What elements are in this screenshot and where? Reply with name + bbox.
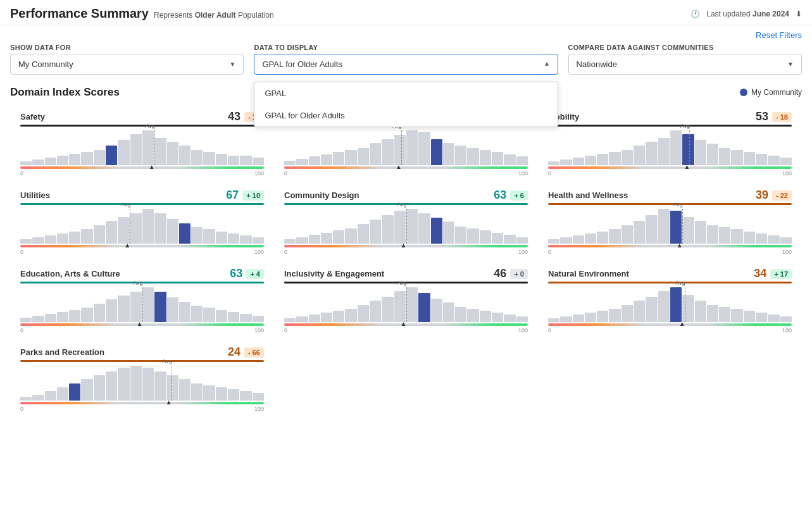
chart-area: Avg ▲ 0 100 <box>548 287 792 338</box>
bar <box>203 229 215 244</box>
bar-chart-wrapper: Avg ▲ <box>284 209 528 244</box>
card-header: Community Design 63 + 6 <box>284 189 528 202</box>
color-bar <box>284 166 528 169</box>
score-area: 53 - 18 <box>756 110 792 123</box>
bar <box>731 150 742 165</box>
bar <box>406 287 418 322</box>
bar <box>154 371 166 401</box>
bar <box>154 292 166 322</box>
bar <box>333 230 344 244</box>
score-value: 67 <box>226 189 239 202</box>
bar <box>179 379 191 401</box>
last-updated-text: Last updated June 2024 <box>706 9 789 18</box>
domain-card-education-arts-culture: Education, Arts & Culture 63 + 4 Avg ▲ 0… <box>10 262 274 340</box>
show-data-for-select[interactable]: My Community ▼ <box>10 54 244 75</box>
axis-end: 100 <box>254 327 264 333</box>
bar <box>81 152 92 165</box>
bar <box>45 235 56 244</box>
card-header: Natural Environment 34 + 17 <box>548 267 792 280</box>
bar <box>203 152 215 165</box>
bar <box>333 311 344 322</box>
bar <box>609 152 620 165</box>
bar <box>57 387 68 401</box>
bar <box>585 156 596 165</box>
score-area: 67 + 10 <box>226 189 264 202</box>
card-header: Education, Arts & Culture 63 + 4 <box>20 267 264 280</box>
bar <box>309 315 320 322</box>
bar <box>321 233 332 244</box>
bar <box>333 152 344 165</box>
bar <box>130 134 142 165</box>
domain-name: Safety <box>20 112 45 121</box>
bar <box>744 232 755 244</box>
avg-arrow: ▲ <box>677 242 683 249</box>
domain-underline <box>20 360 264 362</box>
bar-chart-wrapper: Avg ▲ <box>548 130 792 165</box>
bar <box>94 150 105 165</box>
score-value: 24 <box>228 346 240 359</box>
filters-row: Show Data For My Community ▼ Data to Dis… <box>10 44 802 75</box>
chart-area: Avg ▲ 0 100 <box>548 209 792 259</box>
bar <box>504 154 515 165</box>
bar <box>516 156 528 165</box>
parks-grid: Parks and Recreation 24 - 66 Avg ▲ 0 100 <box>10 340 802 419</box>
bar <box>443 221 454 244</box>
bar <box>167 297 178 322</box>
bar <box>154 213 166 244</box>
bar <box>780 158 792 165</box>
score-badge: - 18 <box>772 112 792 122</box>
score-area: 34 + 17 <box>754 267 792 280</box>
domain-name: Parks and Recreation <box>20 347 104 357</box>
bar <box>744 311 755 322</box>
show-data-for-value: My Community <box>18 59 73 69</box>
avg-line: Avg ▲ <box>130 209 130 244</box>
bar <box>321 154 332 165</box>
bar <box>57 234 68 244</box>
bar <box>756 154 767 165</box>
chart-area: Avg ▲ 0 100 <box>548 130 792 181</box>
bar <box>707 305 718 323</box>
header-left: Performance Summary Represents Older Adu… <box>10 6 274 21</box>
bar <box>118 296 129 322</box>
compare-against-label: Compare Data Against Communities <box>568 44 802 51</box>
bar <box>228 156 239 165</box>
bar <box>118 217 129 244</box>
bar <box>106 146 117 165</box>
card-header: Safety 43 - 13 <box>20 110 264 123</box>
axis-start: 0 <box>548 327 551 333</box>
axis-start: 0 <box>20 170 23 177</box>
bar <box>768 235 779 244</box>
color-bar <box>20 245 264 247</box>
axis-end: 100 <box>782 170 792 177</box>
bar <box>731 309 742 322</box>
bar-chart-wrapper: Avg ▲ <box>284 130 528 165</box>
score-badge: + 0 <box>510 269 528 279</box>
bar <box>253 237 264 244</box>
bar <box>597 232 608 244</box>
download-icon[interactable]: ⬇ <box>796 9 802 18</box>
domain-section-title: Domain Index Scores <box>10 86 120 99</box>
bar <box>431 299 442 322</box>
bar <box>609 229 620 244</box>
bar <box>394 291 406 322</box>
bar <box>32 237 44 244</box>
compare-against-select[interactable]: Nationwide ▼ <box>568 54 802 75</box>
bar <box>57 156 68 165</box>
bar <box>719 307 730 322</box>
bar <box>418 132 430 165</box>
bar <box>504 235 515 244</box>
score-badge: + 10 <box>242 190 264 201</box>
bar <box>179 302 191 322</box>
bar <box>443 143 454 165</box>
legend-label: My Community <box>751 88 802 97</box>
data-to-display-value: GPAL for Older Adults <box>262 59 342 69</box>
dropdown-item-gpal-older-adults[interactable]: GPAL for Older Adults <box>254 104 557 127</box>
bar <box>382 139 393 165</box>
chart-area: Avg ▲ 0 100 <box>284 287 528 338</box>
dropdown-item-gpal[interactable]: GPAL <box>254 82 557 104</box>
subtitle: Represents Older Adult Population <box>154 11 274 20</box>
avg-arrow: ▲ <box>401 242 407 249</box>
axis-start: 0 <box>284 327 287 333</box>
reset-filters-button[interactable]: Reset Filters <box>756 30 802 40</box>
data-to-display-select[interactable]: GPAL for Older Adults ▼ <box>254 54 558 75</box>
